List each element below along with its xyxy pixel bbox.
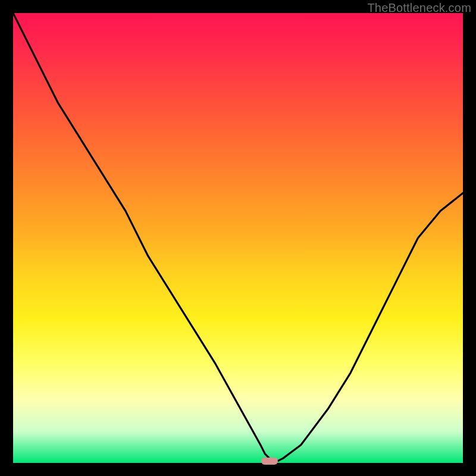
curve-svg: [13, 13, 463, 463]
watermark-text: TheBottleneck.com: [367, 1, 471, 15]
minimum-marker: [261, 458, 278, 465]
bottleneck-curve: [13, 13, 463, 463]
chart-frame: TheBottleneck.com: [0, 0, 476, 476]
plot-area: [13, 13, 463, 463]
